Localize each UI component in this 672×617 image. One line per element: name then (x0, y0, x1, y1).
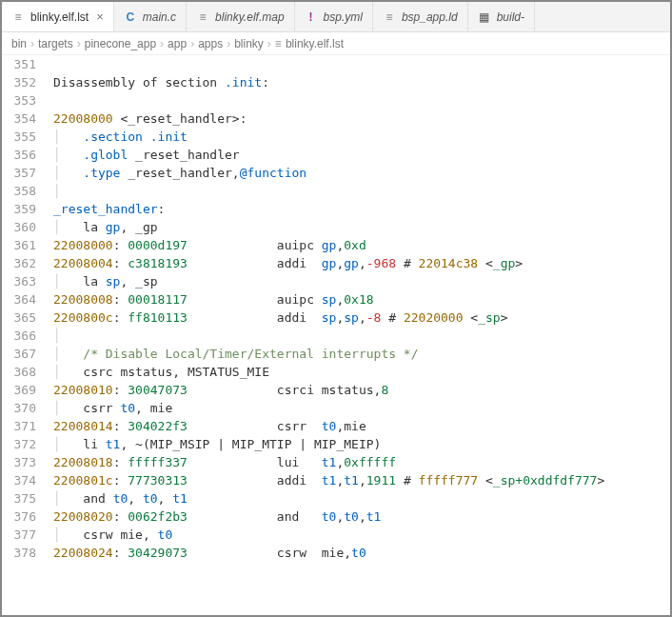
line-number: 366 (2, 327, 53, 345)
code-line[interactable]: 36422008008: 00018117 auipc sp,0x18 (2, 290, 670, 308)
code-line[interactable]: 375│ and t0, t0, t1 (2, 489, 670, 508)
file-type-icon: C (124, 10, 137, 24)
code-line[interactable]: 366│ (2, 327, 670, 345)
breadcrumb: bin›targets›pinecone_app›app›apps›blinky… (2, 32, 670, 55)
code-line[interactable]: 370│ csrr t0, mie (2, 399, 670, 417)
code-content: │ (53, 182, 670, 200)
line-number: 365 (2, 308, 53, 327)
tab-label: build- (497, 10, 524, 24)
tab-blinky-elf-map[interactable]: ≡blinky.elf.map (187, 2, 294, 31)
line-number: 351 (2, 55, 53, 73)
code-content: │ /* Disable Local/Timer/External interr… (53, 345, 670, 363)
code-content: │ .globl _reset_handler (53, 146, 670, 164)
line-number: 376 (2, 508, 53, 526)
code-line[interactable]: 368│ csrc mstatus, MSTATUS_MIE (2, 363, 670, 381)
tab-label: main.c (143, 10, 176, 24)
chevron-right-icon: › (267, 37, 271, 50)
line-number: 371 (2, 417, 53, 435)
code-content: 22008020: 0062f2b3 and t0,t0,t1 (53, 508, 670, 526)
code-line[interactable]: 360│ la gp, _gp (2, 218, 670, 236)
code-content: 22008024: 30429073 csrw mie,t0 (53, 544, 670, 562)
line-number: 364 (2, 290, 53, 308)
code-line[interactable]: 351 (2, 55, 670, 73)
line-number: 363 (2, 272, 53, 290)
code-line[interactable]: 3742200801c: 77730313 addi t1,t1,1911 # … (2, 471, 670, 489)
line-number: 360 (2, 218, 53, 236)
code-line[interactable]: 353 (2, 91, 670, 109)
code-content: │ csrc mstatus, MSTATUS_MIE (53, 363, 670, 381)
line-number: 355 (2, 128, 53, 146)
code-content: 2200800c: ff810113 addi sp,sp,-8 # 22020… (53, 308, 670, 327)
code-content: │ and t0, t0, t1 (53, 489, 670, 508)
code-content: 22008014: 304022f3 csrr t0,mie (53, 417, 670, 435)
breadcrumb-segment[interactable]: apps (198, 37, 223, 50)
code-content: _reset_handler: (53, 200, 670, 218)
code-content: 22008008: 00018117 auipc sp,0x18 (53, 290, 670, 308)
tab-label: bsp.yml (324, 10, 363, 24)
breadcrumb-segment[interactable]: blinky.elf.lst (286, 37, 344, 50)
tab-blinky-elf-lst[interactable]: ≡blinky.elf.lst× (2, 2, 114, 31)
code-content: 2200801c: 77730313 addi t1,t1,1911 # fff… (53, 471, 670, 489)
code-content: │ la sp, _sp (53, 272, 670, 290)
file-type-icon: ! (305, 10, 318, 24)
line-number: 354 (2, 109, 53, 128)
code-content: │ li t1, ~(MIP_MSIP | MIP_MTIP | MIP_MEI… (53, 435, 670, 453)
line-number: 370 (2, 399, 53, 417)
code-line[interactable]: 359_reset_handler: (2, 200, 670, 218)
code-line[interactable]: 36922008010: 30047073 csrci mstatus,8 (2, 381, 670, 399)
code-line[interactable]: 356│ .globl _reset_handler (2, 146, 670, 164)
code-line[interactable]: 357│ .type _reset_handler,@function (2, 164, 670, 182)
line-number: 359 (2, 200, 53, 218)
editor-area[interactable]: 351352Disassembly of section .init:35335… (2, 55, 670, 562)
code-line[interactable]: 37122008014: 304022f3 csrr t0,mie (2, 417, 670, 435)
close-icon[interactable]: × (96, 10, 104, 24)
code-line[interactable]: 3652200800c: ff810113 addi sp,sp,-8 # 22… (2, 308, 670, 327)
breadcrumb-segment[interactable]: blinky (234, 37, 264, 50)
chevron-right-icon: › (190, 37, 194, 50)
line-number: 357 (2, 164, 53, 182)
code-line[interactable]: 367│ /* Disable Local/Timer/External int… (2, 345, 670, 363)
breadcrumb-segment[interactable]: bin (11, 37, 27, 50)
code-line[interactable]: 358│ (2, 182, 670, 200)
line-number: 375 (2, 489, 53, 508)
file-type-icon: ≡ (383, 10, 396, 24)
code-line[interactable]: 352Disassembly of section .init: (2, 73, 670, 91)
code-content (53, 55, 670, 73)
code-line[interactable]: 36222008004: c3818193 addi gp,gp,-968 # … (2, 254, 670, 272)
tab-bsp-app-ld[interactable]: ≡bsp_app.ld (373, 2, 468, 31)
breadcrumb-segment[interactable]: pinecone_app (85, 37, 156, 50)
breadcrumb-segment[interactable]: app (168, 37, 187, 50)
tab-label: bsp_app.ld (402, 10, 458, 24)
line-number: 353 (2, 91, 53, 109)
tab-bsp-yml[interactable]: !bsp.yml (295, 2, 373, 31)
line-number: 373 (2, 453, 53, 471)
code-line[interactable]: 377│ csrw mie, t0 (2, 526, 670, 544)
code-line[interactable]: 37322008018: fffff337 lui t1,0xfffff (2, 453, 670, 471)
code-line[interactable]: 372│ li t1, ~(MIP_MSIP | MIP_MTIP | MIP_… (2, 435, 670, 453)
line-number: 356 (2, 146, 53, 164)
tab-main-c[interactable]: Cmain.c (114, 2, 187, 31)
line-number: 377 (2, 526, 53, 544)
chevron-right-icon: › (160, 37, 164, 50)
code-content: │ csrw mie, t0 (53, 526, 670, 544)
code-content: │ .section .init (53, 128, 670, 146)
line-number: 367 (2, 345, 53, 363)
code-line[interactable]: 35422008000 <_reset_handler>: (2, 109, 670, 128)
code-content: │ la gp, _gp (53, 218, 670, 236)
code-line[interactable]: 36122008000: 0000d197 auipc gp,0xd (2, 236, 670, 254)
code-content: │ csrr t0, mie (53, 399, 670, 417)
code-content: │ .type _reset_handler,@function (53, 164, 670, 182)
tab-build-[interactable]: ▦build- (468, 2, 535, 31)
code-content: 22008000 <_reset_handler>: (53, 109, 670, 128)
code-line[interactable]: 355│ .section .init (2, 128, 670, 146)
line-number: 372 (2, 435, 53, 453)
breadcrumb-segment[interactable]: targets (38, 37, 73, 50)
code-content: │ (53, 327, 670, 345)
code-line[interactable]: 37822008024: 30429073 csrw mie,t0 (2, 544, 670, 562)
code-content: 22008018: fffff337 lui t1,0xfffff (53, 453, 670, 471)
code-line[interactable]: 37622008020: 0062f2b3 and t0,t0,t1 (2, 508, 670, 526)
code-line[interactable]: 363│ la sp, _sp (2, 272, 670, 290)
file-type-icon: ≡ (11, 10, 25, 24)
file-icon: ≡ (275, 37, 282, 50)
line-number: 362 (2, 254, 53, 272)
